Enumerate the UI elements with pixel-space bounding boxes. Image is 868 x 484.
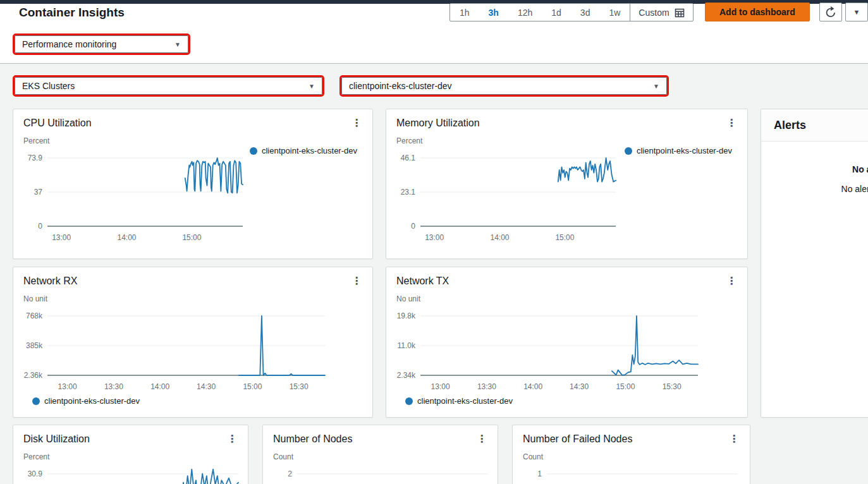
y-axis-unit-label: Percent: [23, 452, 248, 461]
x-tick-label: 15:00: [555, 233, 574, 242]
y-axis-unit-label: Count: [273, 452, 498, 461]
memory-utilization-panel: Memory Utilization ⋮ Percent 46.123.1013…: [386, 109, 748, 259]
cpu-chart[interactable]: 73.937013:0014:0015:00: [18, 148, 372, 251]
time-range-1h[interactable]: 1h: [450, 4, 479, 21]
custom-label: Custom: [639, 8, 669, 18]
time-range-3h[interactable]: 3h: [479, 4, 508, 21]
y-tick-label: 46.1: [401, 154, 416, 162]
kebab-menu-icon[interactable]: ⋮: [472, 433, 491, 445]
x-tick-label: 14:00: [117, 233, 136, 242]
panel-header: Number of Failed Nodes ⋮: [513, 425, 750, 445]
chart-legend[interactable]: clientpoint-eks-cluster-dev: [250, 146, 357, 155]
legend-dot-icon: [405, 397, 413, 405]
series-line: [185, 158, 243, 193]
y-axis-unit-label: Percent: [396, 136, 747, 145]
x-tick-label: 14:00: [150, 382, 169, 391]
legend-label: clientpoint-eks-cluster-dev: [637, 146, 732, 155]
chart-title: Number of Nodes: [273, 433, 352, 445]
time-range-12h[interactable]: 12h: [508, 4, 542, 21]
resource-type-value: EKS Clusters: [22, 81, 75, 91]
network-tx-chart[interactable]: 19.8k11.0k2.34k13:0013:3014:0014:3015:00…: [391, 306, 747, 394]
y-tick-label: 0: [38, 222, 42, 231]
refresh-icon: [824, 5, 838, 19]
view-selector-dropdown[interactable]: Performance monitoring ▼: [15, 35, 188, 53]
x-tick-label: 15:30: [290, 382, 309, 391]
time-range-1d[interactable]: 1d: [542, 4, 571, 21]
x-tick-label: 15:00: [182, 233, 201, 242]
x-tick-label: 14:30: [570, 382, 589, 391]
panel-header: Network RX ⋮: [13, 267, 372, 287]
time-range-1w[interactable]: 1w: [599, 4, 630, 21]
chevron-down-icon: ▼: [653, 83, 659, 90]
time-range-3d[interactable]: 3d: [571, 4, 600, 21]
kebab-menu-icon[interactable]: ⋮: [724, 433, 743, 445]
add-to-dashboard-button[interactable]: Add to dashboard: [705, 3, 810, 21]
kebab-menu-icon[interactable]: ⋮: [722, 275, 741, 287]
y-tick-label: 19.8k: [397, 312, 416, 320]
x-tick-label: 14:30: [197, 382, 216, 391]
legend-label: clientpoint-eks-cluster-dev: [417, 396, 513, 406]
resource-type-dropdown[interactable]: EKS Clusters ▼: [15, 77, 322, 95]
header-divider: [0, 63, 868, 64]
chart-legend[interactable]: clientpoint-eks-cluster-dev: [405, 396, 747, 406]
y-tick-label: 2: [288, 469, 292, 478]
x-tick-label: 13:00: [58, 382, 77, 391]
panel-header: CPU Utilization ⋮: [13, 109, 372, 129]
x-tick-label: 13:00: [431, 382, 450, 391]
x-tick-label: 14:00: [490, 233, 509, 242]
alerts-panel-title: Alerts: [761, 109, 868, 142]
time-range-custom[interactable]: Custom: [630, 4, 692, 21]
chart-canvas: 19.8k11.0k2.34k13:0013:3014:0014:3015:00…: [391, 306, 717, 391]
x-tick-label: 13:30: [477, 382, 496, 391]
y-axis-unit-label: Count: [523, 452, 750, 461]
alerts-panel: Alerts No alerts No alerts found: [761, 109, 868, 418]
chart-title: Disk Utilization: [23, 433, 90, 445]
chart-canvas: 73.937013:0014:0015:00: [18, 148, 259, 249]
panel-header: Disk Utilization ⋮: [13, 425, 248, 445]
chart-canvas: 768k385k2.36k13:0013:3014:0014:3015:0015…: [18, 306, 344, 391]
chevron-down-icon: ▼: [309, 83, 315, 90]
y-axis-unit-label: No unit: [396, 294, 747, 303]
cluster-dropdown[interactable]: clientpoint-eks-cluster-dev ▼: [341, 77, 667, 95]
x-tick-label: 13:00: [425, 233, 444, 242]
disk-utilization-panel: Disk Utilization ⋮ Percent 30.9: [13, 425, 248, 484]
network-rx-panel: Network RX ⋮ No unit 768k385k2.36k13:001…: [13, 267, 373, 418]
chart-legend[interactable]: clientpoint-eks-cluster-dev: [32, 396, 372, 406]
kebab-menu-icon[interactable]: ⋮: [722, 118, 741, 129]
nodes-chart[interactable]: 2: [268, 464, 498, 484]
legend-dot-icon: [625, 147, 632, 155]
panel-header: Network TX ⋮: [386, 267, 747, 287]
x-tick-label: 15:00: [243, 382, 262, 391]
panel-header: Memory Utilization ⋮: [386, 109, 747, 129]
alerts-empty-title: No alerts: [761, 164, 868, 174]
legend-dot-icon: [32, 397, 40, 405]
x-tick-label: 14:00: [523, 382, 542, 391]
kebab-menu-icon[interactable]: ⋮: [347, 275, 366, 287]
chart-title: Network TX: [396, 275, 449, 287]
memory-chart[interactable]: 46.123.1013:0014:0015:00: [391, 148, 747, 251]
cpu-utilization-panel: CPU Utilization ⋮ Percent 73.937013:0014…: [13, 109, 373, 259]
chart-title: Network RX: [23, 275, 77, 287]
legend-label: clientpoint-eks-cluster-dev: [262, 146, 357, 155]
network-rx-chart[interactable]: 768k385k2.36k13:0013:3014:0014:3015:0015…: [18, 306, 372, 394]
y-tick-label: 385k: [26, 341, 43, 350]
y-axis-unit-label: Percent: [23, 136, 372, 145]
disk-chart[interactable]: 30.9: [18, 464, 248, 484]
header-more-dropdown-button[interactable]: ▼: [845, 3, 868, 21]
chart-legend[interactable]: clientpoint-eks-cluster-dev: [625, 146, 732, 155]
view-selector-value: Performance monitoring: [22, 39, 116, 49]
refresh-button[interactable]: [819, 3, 842, 21]
y-tick-label: 2.34k: [397, 371, 416, 380]
kebab-menu-icon[interactable]: ⋮: [223, 433, 241, 445]
legend-label: clientpoint-eks-cluster-dev: [44, 396, 140, 406]
y-tick-label: 11.0k: [398, 341, 416, 350]
x-tick-label: 13:30: [104, 382, 123, 391]
y-tick-label: 30.9: [28, 469, 43, 478]
calendar-icon: [675, 8, 685, 18]
kebab-menu-icon[interactable]: ⋮: [347, 118, 366, 129]
chart-canvas: 2: [268, 464, 496, 484]
y-tick-label: 23.1: [401, 188, 416, 197]
failed-nodes-chart[interactable]: 1: [518, 464, 750, 484]
cluster-value: clientpoint-eks-cluster-dev: [349, 81, 452, 91]
panel-header: Number of Nodes ⋮: [263, 425, 498, 445]
